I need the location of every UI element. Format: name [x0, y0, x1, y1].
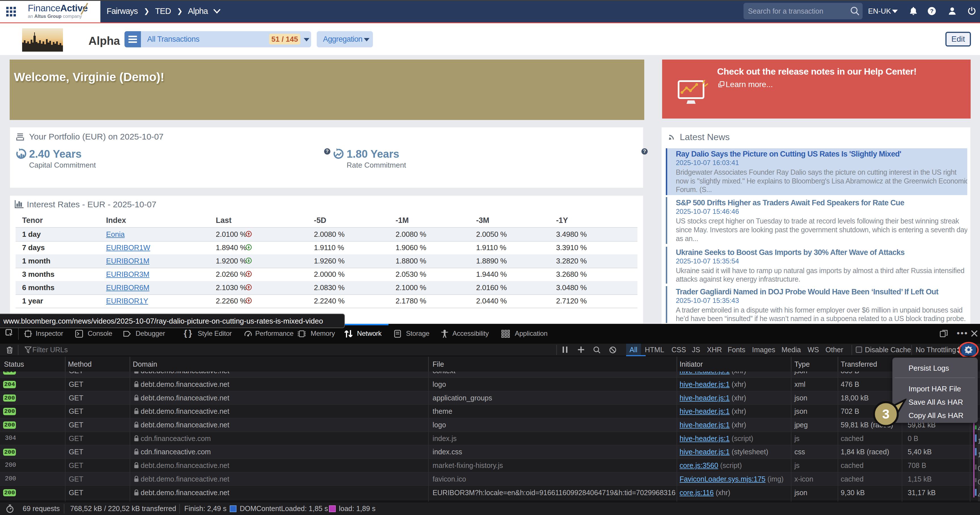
svg-text:?: ?: [930, 8, 934, 14]
svg-text:3: 3: [882, 407, 889, 421]
